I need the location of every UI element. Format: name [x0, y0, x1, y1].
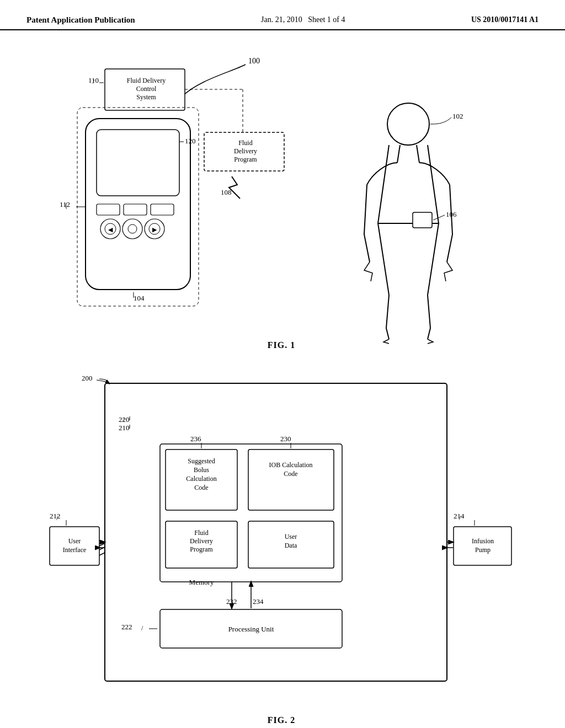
- svg-text:Code: Code: [194, 484, 208, 491]
- svg-text:108: 108: [221, 188, 232, 196]
- svg-text:212: 212: [50, 512, 61, 520]
- svg-rect-42: [413, 212, 432, 228]
- svg-text:Infusion: Infusion: [472, 537, 494, 545]
- fig2-label: FIG. 2: [268, 715, 295, 725]
- svg-text:230: 230: [280, 435, 291, 443]
- svg-text:Fluid: Fluid: [238, 139, 252, 147]
- svg-text:210: 210: [119, 424, 130, 432]
- svg-text:Delivery: Delivery: [234, 147, 257, 155]
- svg-text:Suggested: Suggested: [188, 457, 215, 465]
- main-content: 100 Fluid Delivery Control System 110 /: [0, 30, 565, 725]
- fig2-area: 200 Memory Suggested Bolus Calculation C…: [33, 367, 530, 728]
- svg-text:IOB Calculation: IOB Calculation: [269, 461, 313, 469]
- svg-text:Pump: Pump: [475, 546, 491, 554]
- svg-text:106: 106: [446, 210, 457, 218]
- svg-text:User: User: [68, 537, 81, 545]
- fig1-svg: 100 Fluid Delivery Control System 110 /: [33, 52, 530, 350]
- svg-line-44: [433, 215, 445, 220]
- svg-point-39: [387, 103, 429, 145]
- svg-text:102: 102: [452, 112, 463, 120]
- page-header: Patent Application Publication Jan. 21, …: [0, 0, 565, 30]
- svg-text:234: 234: [253, 597, 264, 606]
- fig1-label: FIG. 1: [268, 340, 295, 350]
- svg-text:Fluid Delivery: Fluid Delivery: [127, 77, 166, 84]
- svg-text:{: {: [65, 202, 68, 210]
- svg-rect-57: [248, 449, 334, 510]
- svg-text:Data: Data: [285, 542, 297, 549]
- svg-rect-15: [124, 204, 147, 215]
- svg-text:Program: Program: [234, 156, 257, 163]
- svg-text:Delivery: Delivery: [190, 537, 213, 545]
- svg-text:System: System: [136, 93, 156, 101]
- svg-text:Program: Program: [190, 545, 213, 553]
- svg-text:Memory: Memory: [189, 578, 214, 586]
- svg-rect-14: [97, 204, 120, 215]
- svg-rect-16: [151, 204, 174, 215]
- header-right: US 2010/0017141 A1: [471, 15, 539, 24]
- svg-text:222: 222: [121, 623, 132, 631]
- header-center: Jan. 21, 2010 Sheet 1 of 4: [261, 15, 345, 24]
- svg-text:232: 232: [226, 597, 237, 606]
- svg-text:Processing Unit: Processing Unit: [228, 625, 274, 633]
- svg-text:100: 100: [248, 57, 260, 65]
- svg-line-90: [99, 553, 105, 555]
- svg-line-41: [417, 145, 419, 163]
- fig2-svg: 200 Memory Suggested Bolus Calculation C…: [33, 367, 530, 720]
- svg-text:Code: Code: [284, 470, 297, 478]
- svg-rect-13: [97, 130, 179, 196]
- svg-line-40: [397, 145, 400, 163]
- header-left: Patent Application Publication: [26, 15, 135, 25]
- svg-text:Interface: Interface: [63, 546, 87, 554]
- svg-text:User: User: [285, 533, 297, 540]
- svg-text:▶: ▶: [152, 226, 157, 233]
- svg-text:Control: Control: [136, 85, 157, 93]
- svg-text:Fluid: Fluid: [194, 529, 208, 537]
- svg-point-18: [122, 219, 142, 239]
- svg-text:104: 104: [134, 294, 145, 302]
- svg-text:120: 120: [185, 137, 196, 145]
- svg-text:Calculation: Calculation: [186, 475, 216, 483]
- svg-text:200: 200: [82, 374, 93, 382]
- svg-text:236: 236: [190, 435, 201, 443]
- fig1-area: 100 Fluid Delivery Control System 110 /: [33, 52, 530, 350]
- svg-text:◀: ◀: [108, 226, 113, 233]
- svg-text:Bolus: Bolus: [194, 466, 209, 474]
